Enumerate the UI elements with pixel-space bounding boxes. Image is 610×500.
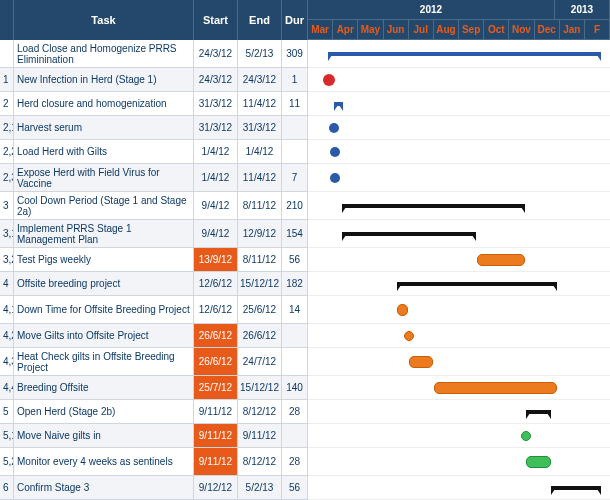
cell-num: 2,3 bbox=[0, 164, 14, 192]
cell-task: Load Close and Homogenize PRRS Eliminina… bbox=[14, 40, 194, 68]
summary-bar bbox=[342, 204, 525, 208]
month-nov: Nov bbox=[509, 20, 534, 40]
cell-num: 3,1 bbox=[0, 220, 14, 248]
cell-num bbox=[0, 40, 14, 68]
table-row: 5,2Monitor every 4 weeks as sentinels9/1… bbox=[0, 448, 610, 476]
cell-dur bbox=[282, 324, 308, 348]
cell-task: Heat Check gilts in Offsite Breeding Pro… bbox=[14, 348, 194, 376]
cell-task: Harvest serum bbox=[14, 116, 194, 140]
task-bar bbox=[409, 356, 433, 368]
cell-dur bbox=[282, 424, 308, 448]
cell-start: 9/12/12 bbox=[194, 476, 238, 500]
table-row: 2,1Harvest serum31/3/1231/3/12 bbox=[0, 116, 610, 140]
summary-bar bbox=[526, 410, 551, 414]
table-row: 6Confirm Stage 39/12/125/2/1356 bbox=[0, 476, 610, 500]
gantt-lane bbox=[308, 220, 610, 248]
cell-end: 5/2/13 bbox=[238, 40, 282, 68]
table-row: 3Cool Down Period (Stage 1 and Stage 2a)… bbox=[0, 192, 610, 220]
table-row: 4,2Move Gilts into Offsite Project26/6/1… bbox=[0, 324, 610, 348]
cell-task: Load Herd with Gilts bbox=[14, 140, 194, 164]
milestone bbox=[330, 147, 340, 157]
cell-end: 24/3/12 bbox=[238, 68, 282, 92]
cell-end: 15/12/12 bbox=[238, 272, 282, 296]
cell-end: 8/11/12 bbox=[238, 192, 282, 220]
cell-num: 3 bbox=[0, 192, 14, 220]
cell-dur bbox=[282, 140, 308, 164]
milestone bbox=[330, 173, 340, 183]
cell-end: 11/4/12 bbox=[238, 92, 282, 116]
month-mar: Mar bbox=[308, 20, 333, 40]
cell-end: 25/6/12 bbox=[238, 296, 282, 324]
table-row: 3,1Implement PRRS Stage 1 Management Pla… bbox=[0, 220, 610, 248]
task-bar bbox=[477, 254, 525, 266]
cell-num: 4,3 bbox=[0, 348, 14, 376]
summary-bar bbox=[334, 102, 343, 106]
gantt-lane bbox=[308, 40, 610, 68]
cell-start: 26/6/12 bbox=[194, 348, 238, 376]
cell-end: 8/12/12 bbox=[238, 400, 282, 424]
cell-task: Cool Down Period (Stage 1 and Stage 2a) bbox=[14, 192, 194, 220]
cell-end: 15/12/12 bbox=[238, 376, 282, 400]
cell-dur bbox=[282, 348, 308, 376]
col-task: Task bbox=[14, 0, 194, 40]
cell-task: Test Pigs weekly bbox=[14, 248, 194, 272]
table-row: 2,3Expose Herd with Field Virus for Vacc… bbox=[0, 164, 610, 192]
table-row: 4Offsite breeding project12/6/1215/12/12… bbox=[0, 272, 610, 296]
month-apr: Apr bbox=[333, 20, 358, 40]
timeline-header: 2012 2013 MarAprMayJunJulAugSepOctNovDec… bbox=[308, 0, 610, 40]
cell-start: 9/11/12 bbox=[194, 400, 238, 424]
summary-bar bbox=[397, 282, 557, 286]
table-row: 3,2Test Pigs weekly13/9/128/11/1256 bbox=[0, 248, 610, 272]
cell-end: 26/6/12 bbox=[238, 324, 282, 348]
cell-dur: 28 bbox=[282, 400, 308, 424]
month-aug: Aug bbox=[434, 20, 459, 40]
cell-num: 5 bbox=[0, 400, 14, 424]
cell-start: 24/3/12 bbox=[194, 40, 238, 68]
cell-num: 4,4 bbox=[0, 376, 14, 400]
gantt-lane bbox=[308, 192, 610, 220]
milestone bbox=[329, 123, 339, 133]
month-dec: Dec bbox=[535, 20, 560, 40]
task-bar bbox=[397, 304, 408, 316]
cell-num: 3,2 bbox=[0, 248, 14, 272]
cell-task: Monitor every 4 weeks as sentinels bbox=[14, 448, 194, 476]
table-row: 4,3Heat Check gilts in Offsite Breeding … bbox=[0, 348, 610, 376]
cell-num: 5,2 bbox=[0, 448, 14, 476]
cell-num: 2 bbox=[0, 92, 14, 116]
summary-bar bbox=[328, 52, 602, 56]
gantt-lane bbox=[308, 376, 610, 400]
cell-start: 31/3/12 bbox=[194, 92, 238, 116]
cell-start: 31/3/12 bbox=[194, 116, 238, 140]
table-row: 2,2Load Herd with Gilts1/4/121/4/12 bbox=[0, 140, 610, 164]
cell-dur: 11 bbox=[282, 92, 308, 116]
cell-dur: 1 bbox=[282, 68, 308, 92]
year-2012: 2012 bbox=[308, 0, 555, 20]
cell-dur: 56 bbox=[282, 248, 308, 272]
cell-num: 2,1 bbox=[0, 116, 14, 140]
cell-task: Move Naive gilts in bbox=[14, 424, 194, 448]
gantt-lane bbox=[308, 400, 610, 424]
cell-task: Move Gilts into Offsite Project bbox=[14, 324, 194, 348]
col-num bbox=[0, 0, 14, 40]
cell-start: 25/7/12 bbox=[194, 376, 238, 400]
cell-end: 12/9/12 bbox=[238, 220, 282, 248]
table-header: Task Start End Dur 2012 2013 MarAprMayJu… bbox=[0, 0, 610, 40]
cell-task: Breeding Offsite bbox=[14, 376, 194, 400]
gantt-lane bbox=[308, 348, 610, 376]
cell-start: 26/6/12 bbox=[194, 324, 238, 348]
cell-dur: 309 bbox=[282, 40, 308, 68]
cell-end: 9/11/12 bbox=[238, 424, 282, 448]
table-row: 5,1Move Naive gilts in9/11/129/11/12 bbox=[0, 424, 610, 448]
task-bar bbox=[526, 456, 551, 468]
cell-dur: 154 bbox=[282, 220, 308, 248]
cell-dur: 28 bbox=[282, 448, 308, 476]
gantt-lane bbox=[308, 296, 610, 324]
cell-num: 2,2 bbox=[0, 140, 14, 164]
cell-dur: 56 bbox=[282, 476, 308, 500]
month-sep: Sep bbox=[459, 20, 484, 40]
cell-start: 9/11/12 bbox=[194, 448, 238, 476]
gantt-chart: Task Start End Dur 2012 2013 MarAprMayJu… bbox=[0, 0, 610, 500]
cell-num: 5,1 bbox=[0, 424, 14, 448]
cell-start: 1/4/12 bbox=[194, 164, 238, 192]
milestone bbox=[404, 331, 414, 341]
